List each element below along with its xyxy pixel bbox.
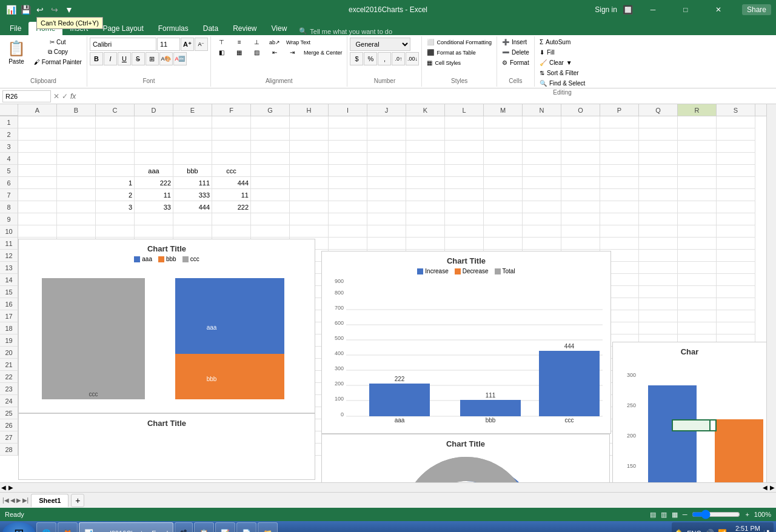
- taskbar-powerpoint[interactable]: 📽: [175, 522, 193, 532]
- chart4-container[interactable]: Chart Title: [18, 413, 315, 480]
- cell-L3[interactable]: [445, 141, 484, 153]
- row-num-26[interactable]: 26: [0, 419, 18, 431]
- row-num-3[interactable]: 3: [0, 141, 18, 153]
- cell-I4[interactable]: [329, 153, 367, 165]
- cell-D1[interactable]: [135, 116, 173, 128]
- tab-file[interactable]: File: [2, 22, 28, 35]
- cell-J10[interactable]: [367, 225, 406, 238]
- cell-A10[interactable]: [18, 225, 57, 238]
- cell-F10[interactable]: [212, 225, 251, 238]
- cell-J2[interactable]: [367, 128, 406, 141]
- cell-Q11[interactable]: [639, 238, 678, 250]
- cell-R4[interactable]: [678, 153, 717, 165]
- cell-O1[interactable]: [561, 116, 600, 128]
- col-header-L[interactable]: L: [445, 104, 484, 116]
- cell-D3[interactable]: [135, 141, 173, 153]
- taskbar-project[interactable]: 📋: [194, 522, 214, 532]
- time-display[interactable]: 2:51 PM 1/16/2017: [731, 524, 760, 532]
- cell-S7[interactable]: [717, 189, 755, 201]
- cell-O8[interactable]: [561, 201, 600, 213]
- cell-L9[interactable]: [445, 213, 484, 225]
- cell-S8[interactable]: [717, 201, 755, 213]
- cell-N5[interactable]: [523, 165, 561, 177]
- currency-btn[interactable]: $: [350, 52, 363, 65]
- selected-cell-R26[interactable]: [672, 419, 711, 431]
- quick-access-more[interactable]: ▼: [63, 4, 75, 16]
- cell-R3[interactable]: [678, 141, 717, 153]
- row-num-1[interactable]: 1: [0, 116, 18, 128]
- row-num-4[interactable]: 4: [0, 153, 18, 165]
- cell-A8[interactable]: [18, 201, 57, 213]
- cell-M5[interactable]: [484, 165, 523, 177]
- cell-J4[interactable]: [367, 153, 406, 165]
- cell-S16[interactable]: [717, 298, 755, 310]
- corner-cell[interactable]: [0, 104, 18, 116]
- cell-I11[interactable]: [329, 238, 367, 250]
- sheet-nav-prev[interactable]: ◀: [10, 497, 15, 504]
- cell-B10[interactable]: [57, 225, 96, 238]
- undo-icon[interactable]: ↩: [34, 4, 46, 16]
- cell-N2[interactable]: [523, 128, 561, 141]
- cell-I10[interactable]: [329, 225, 367, 238]
- cell-K2[interactable]: [406, 128, 445, 141]
- cell-P7[interactable]: [600, 189, 639, 201]
- cell-N4[interactable]: [523, 153, 561, 165]
- view-page-break-btn[interactable]: ▦: [672, 511, 678, 519]
- save-icon[interactable]: 💾: [19, 4, 32, 16]
- chart1-container[interactable]: Chart Title aaa bbb: [18, 239, 315, 413]
- cell-S2[interactable]: [717, 128, 755, 141]
- cell-B7[interactable]: [57, 189, 96, 201]
- sheet-tab-sheet1[interactable]: Sheet1: [31, 494, 69, 507]
- paste-btn[interactable]: 📋 Paste: [2, 38, 30, 67]
- orientation-btn[interactable]: ab↗: [266, 38, 283, 47]
- scroll-right-btn[interactable]: ▶: [8, 484, 13, 491]
- cell-Q4[interactable]: [639, 153, 678, 165]
- col-header-A[interactable]: A: [18, 104, 57, 116]
- row-num-18[interactable]: 18: [0, 322, 18, 334]
- decrease-decimal-btn[interactable]: .00↓: [406, 52, 419, 65]
- cell-H2[interactable]: [290, 128, 329, 141]
- cell-S13[interactable]: [717, 262, 755, 274]
- cell-G5[interactable]: [251, 165, 290, 177]
- col-header-D[interactable]: D: [135, 104, 173, 116]
- row-num-23[interactable]: 23: [0, 383, 18, 395]
- taskbar-firefox[interactable]: 🦊: [58, 522, 78, 532]
- cell-L10[interactable]: [445, 225, 484, 238]
- cell-S15[interactable]: [717, 286, 755, 298]
- cell-styles-btn[interactable]: ▦ Cell Styles: [424, 58, 463, 67]
- cell-L4[interactable]: [445, 153, 484, 165]
- cell-F9[interactable]: [212, 213, 251, 225]
- row-num-28[interactable]: 28: [0, 444, 18, 456]
- cancel-formula-btn[interactable]: ✕: [53, 92, 59, 101]
- cell-S6[interactable]: [717, 177, 755, 189]
- cell-B4[interactable]: [57, 153, 96, 165]
- cell-S5[interactable]: [717, 165, 755, 177]
- cell-G3[interactable]: [251, 141, 290, 153]
- decrease-font-btn[interactable]: A⁻: [195, 38, 208, 51]
- cell-F3[interactable]: [212, 141, 251, 153]
- cell-G8[interactable]: [251, 201, 290, 213]
- cell-S9[interactable]: [717, 213, 755, 225]
- cell-E8[interactable]: 444: [173, 201, 212, 213]
- col-header-Q[interactable]: Q: [639, 104, 678, 116]
- row-num-7[interactable]: 7: [0, 189, 18, 201]
- cell-B1[interactable]: [57, 116, 96, 128]
- cell-O10[interactable]: [561, 225, 600, 238]
- cell-E6[interactable]: 111: [173, 177, 212, 189]
- cell-J8[interactable]: [367, 201, 406, 213]
- cell-P6[interactable]: [600, 177, 639, 189]
- indent-increase-btn[interactable]: ⇥: [284, 48, 301, 57]
- row-num-20[interactable]: 20: [0, 347, 18, 359]
- row-num-6[interactable]: 6: [0, 177, 18, 189]
- align-left-btn[interactable]: ◧: [213, 48, 230, 57]
- cell-R13[interactable]: [678, 262, 717, 274]
- cell-J7[interactable]: [367, 189, 406, 201]
- indent-decrease-btn[interactable]: ⇤: [266, 48, 283, 57]
- cell-R14[interactable]: [678, 274, 717, 286]
- cell-S1[interactable]: [717, 116, 755, 128]
- cell-H7[interactable]: [290, 189, 329, 201]
- cell-P5[interactable]: [600, 165, 639, 177]
- cell-R12[interactable]: [678, 250, 717, 262]
- cell-Q5[interactable]: [639, 165, 678, 177]
- cell-C9[interactable]: [96, 213, 135, 225]
